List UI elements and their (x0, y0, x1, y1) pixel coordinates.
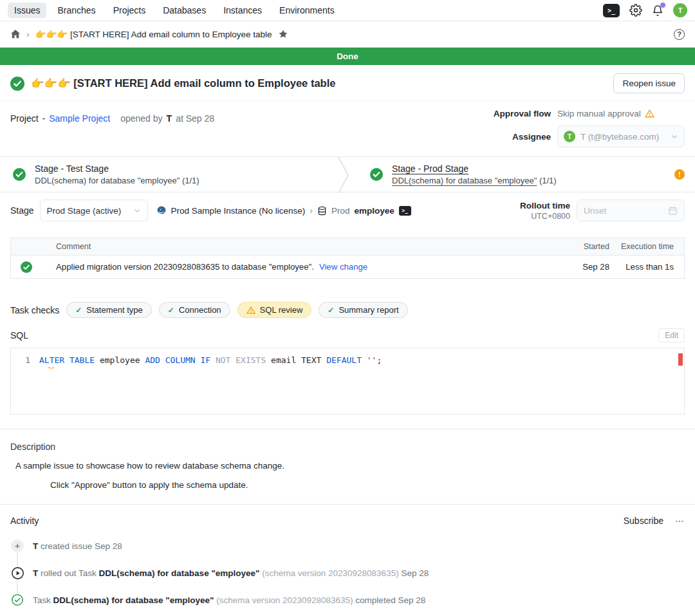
rollout-time-input[interactable]: Unset (577, 200, 685, 221)
stage-cell-prod[interactable]: Stage - Prod Stage DDL(schema) for datab… (357, 157, 695, 192)
check-pill-label: SQL review (260, 305, 303, 315)
home-icon[interactable] (10, 29, 21, 39)
stage-task-name: DDL(schema) for database "employee" (35, 176, 180, 185)
settings-gear-icon[interactable] (629, 4, 642, 17)
stage-separator-chevron (338, 157, 357, 193)
top-nav-actions: >_ T (603, 3, 687, 17)
notification-bell-icon[interactable] (652, 5, 663, 17)
star-icon[interactable] (278, 29, 288, 39)
check-pill-summary-report[interactable]: ✓ Summary report (319, 302, 407, 318)
sql-token (362, 355, 367, 365)
view-change-link[interactable]: View change (319, 262, 367, 272)
check-pill-sql-review[interactable]: SQL review (237, 302, 312, 318)
nav-item-environments[interactable]: Environments (273, 3, 341, 18)
rollout-time: Rollout time UTC+0800 Unset (520, 200, 685, 221)
notification-dot (660, 3, 665, 8)
sql-token: email TEXT (266, 355, 326, 365)
sql-code: ALTER TABLE employee ADD COLUMN IF NOT E… (39, 354, 382, 366)
nav-item-instances[interactable]: Instances (217, 3, 268, 18)
subscribe-button[interactable]: Subscribe (624, 516, 663, 526)
sql-label: SQL (10, 330, 28, 341)
activity-time: Sep 28 (95, 541, 122, 551)
breadcrumb-issue-title[interactable]: 👉👉👉 [START HERE] Add email column to Emp… (35, 29, 272, 39)
sql-token: NOT EXISTS (216, 355, 266, 365)
stage-texts: Stage - Prod Stage DDL(schema) for datab… (392, 163, 557, 185)
sql-edit-button[interactable]: Edit (658, 328, 685, 342)
header-started: Started (570, 242, 609, 251)
stage-texts: Stage - Test Stage DDL(schema) for datab… (35, 163, 199, 185)
assignee-avatar: T (564, 131, 575, 142)
stage-subtitle: DDL(schema) for database "employee" (1/1… (35, 176, 199, 185)
table-row[interactable]: Applied migration version 20230928083635… (11, 256, 684, 278)
activity-item-completed: Task DDL(schema) for database "employee"… (10, 593, 685, 607)
header-comment: Comment (56, 242, 570, 251)
project-link[interactable]: Sample Project (49, 113, 110, 124)
stage-task-name: DDL(schema) for database "employee" (392, 176, 537, 185)
activity-action: created issue (41, 541, 92, 551)
instance-link[interactable]: Prod Sample Instance (No license) (171, 206, 306, 216)
help-icon[interactable]: ? (674, 29, 685, 40)
check-pill-connection[interactable]: ✓ Connection (159, 302, 230, 318)
check-pill-label: Statement type (86, 305, 142, 315)
sql-token: ; (376, 355, 382, 365)
opener-name[interactable]: T (167, 113, 172, 124)
approval-flow-label: Approval flow (494, 109, 551, 118)
row-status-cell (11, 261, 56, 273)
reopen-issue-button[interactable]: Reopen issue (613, 73, 685, 93)
top-nav: Issues Branches Projects Databases Insta… (0, 0, 695, 21)
issue-done-check-icon (10, 77, 24, 91)
status-banner-text: Done (337, 51, 358, 61)
stage-cell-test[interactable]: Stage - Test Stage DDL(schema) for datab… (0, 157, 338, 192)
activity-text: T created issue Sep 28 (33, 541, 122, 551)
sql-token: employee (95, 355, 145, 365)
stage-title: Stage - Test Stage (35, 163, 199, 174)
activity-text: T rolled out Task DDL(schema) for databa… (33, 568, 429, 578)
sql-editor-terminal-icon[interactable]: >_ (603, 4, 620, 17)
activity-target: DDL(schema) for database "employee" (53, 595, 214, 605)
project-dash: - (42, 113, 46, 124)
stage-select[interactable]: Prod Stage (active) (40, 200, 148, 221)
check-pill-label: Summary report (338, 305, 398, 315)
row-execution-time-cell: Less than 1s (609, 262, 674, 272)
play-circle-icon (10, 566, 24, 580)
approval-flow-text: Skip manual approval (557, 109, 641, 118)
nav-item-databases[interactable]: Databases (156, 3, 212, 18)
assignee-value: T (t@bytebase.com) (580, 132, 659, 142)
issue-meta: Project - Sample Project opened by T at … (0, 101, 695, 156)
sql-header: SQL Edit (10, 328, 685, 342)
rollout-labels: Rollout time UTC+0800 (520, 201, 570, 221)
check-pill-statement-type[interactable]: ✓ Statement type (66, 302, 152, 318)
approval-flow-value: Skip manual approval (557, 109, 685, 118)
plus-glyph: + (11, 539, 24, 552)
database-icon (317, 206, 327, 216)
opened-by-label: opened by (120, 113, 162, 124)
assignee-select[interactable]: T T (t@bytebase.com) (557, 126, 685, 147)
activity-time: Sep 28 (401, 568, 429, 578)
plus-circle-icon: + (10, 539, 24, 553)
stage-warning-badge[interactable]: ! (674, 169, 685, 180)
nav-item-issues[interactable]: Issues (8, 3, 46, 18)
issue-side-meta: Approval flow Skip manual approval Assig… (494, 109, 685, 147)
line-number: 1 (11, 354, 39, 366)
check-circle-outline-icon (10, 593, 24, 607)
row-started-cell: Sep 28 (570, 262, 609, 272)
nav-item-branches[interactable]: Branches (51, 3, 102, 18)
table-header: Comment Started Execution time (11, 238, 684, 256)
postgres-icon (156, 205, 167, 216)
check-pass-icon: ✓ (328, 306, 334, 315)
task-checks-label: Task checks (10, 305, 59, 315)
database-link[interactable]: employee (354, 206, 394, 216)
rollout-placeholder: Unset (584, 206, 606, 216)
stage-done-check-icon (13, 168, 26, 181)
sql-token (210, 355, 216, 365)
lint-squiggle (48, 366, 55, 369)
project-label: Project (10, 113, 39, 124)
stage-task-count: (1/1) (539, 176, 557, 185)
open-in-sql-editor-icon[interactable]: >_ (399, 206, 411, 216)
calendar-icon (668, 206, 678, 216)
avatar[interactable]: T (673, 3, 687, 17)
nav-item-projects[interactable]: Projects (107, 3, 153, 18)
sql-editor[interactable]: 1 ALTER TABLE employee ADD COLUMN IF NOT… (10, 348, 685, 415)
more-menu-icon[interactable]: ⋯ (675, 516, 685, 526)
breadcrumb-separator: › (26, 29, 30, 39)
